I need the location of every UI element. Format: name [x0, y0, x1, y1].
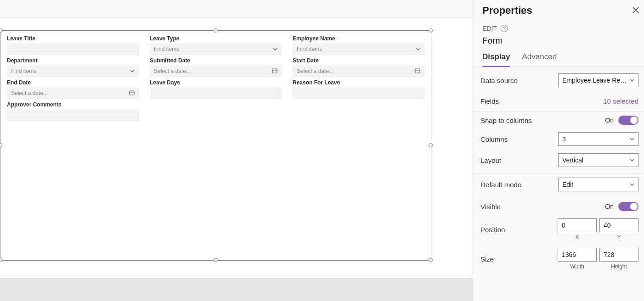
resize-handle[interactable] — [214, 28, 218, 33]
fields-selected-link[interactable]: 10 selected — [603, 97, 638, 105]
field-label: Department — [7, 57, 139, 64]
toggle-state-text: On — [605, 117, 614, 124]
field-label: Leave Title — [7, 35, 139, 42]
calendar-icon — [129, 90, 135, 97]
text-input[interactable]: . — [7, 44, 139, 55]
resize-handle[interactable] — [429, 28, 433, 33]
prop-label-snap: Snap to columns — [480, 117, 532, 124]
design-canvas: Leave Title . Leave Type Find items Empl… — [0, 0, 473, 301]
svg-rect-4 — [130, 91, 134, 95]
field-department[interactable]: Department Find items — [7, 57, 139, 77]
calendar-icon — [415, 68, 420, 75]
resize-handle[interactable] — [0, 143, 2, 147]
date-input[interactable]: Select a date... — [293, 66, 424, 77]
prop-label-visible: Visible — [480, 203, 501, 211]
prop-label-data-source: Data source — [480, 77, 518, 84]
canvas-footer — [0, 278, 473, 301]
size-width-input[interactable]: 1366 — [558, 248, 597, 262]
field-leave-type[interactable]: Leave Type Find items — [150, 35, 282, 55]
properties-tabs: Display Advanced — [473, 46, 644, 67]
field-start-date[interactable]: Start Date Select a date... — [293, 57, 424, 77]
chevron-down-icon — [630, 78, 634, 83]
tab-advanced[interactable]: Advanced — [522, 52, 557, 67]
text-input[interactable]: . — [7, 110, 139, 121]
field-label: Reason For Leave — [293, 79, 424, 86]
form-grid: Leave Title . Leave Type Find items Empl… — [0, 31, 431, 128]
default-mode-select[interactable]: Edit — [558, 178, 638, 191]
resize-handle[interactable] — [429, 143, 433, 147]
field-approver-comments[interactable]: Approver Comments . — [7, 101, 139, 121]
dropdown-input[interactable]: Find items — [150, 44, 282, 55]
properties-title: Properties — [482, 5, 532, 17]
edit-label: EDIT — [482, 25, 497, 32]
field-submitted-date[interactable]: Submitted Date Select a date... — [150, 57, 282, 77]
dropdown-input[interactable]: Find items — [293, 44, 424, 55]
field-leave-days[interactable]: Leave Days . — [150, 79, 282, 99]
field-label: Leave Days — [150, 79, 282, 86]
snap-to-columns-toggle[interactable] — [618, 116, 638, 125]
text-input[interactable]: . — [150, 88, 282, 99]
dropdown-input[interactable]: Find items — [7, 66, 139, 77]
field-label: Submitted Date — [150, 57, 282, 64]
calendar-icon — [272, 68, 277, 75]
prop-label-columns: Columns — [480, 135, 508, 143]
canvas-body[interactable]: Leave Title . Leave Type Find items Empl… — [0, 17, 473, 278]
prop-label-position: Position — [480, 226, 505, 234]
position-y-input[interactable]: 40 — [599, 218, 638, 232]
layout-select[interactable]: Vertical — [558, 153, 638, 167]
field-label: End Date — [7, 79, 139, 86]
date-input[interactable]: Select a date... — [150, 66, 282, 77]
field-label: Employee Name — [293, 35, 424, 42]
toggle-state-text: On — [605, 203, 614, 210]
data-source-select[interactable]: Employee Leave Re… — [558, 73, 638, 87]
axis-label-height: Height — [611, 263, 627, 270]
field-end-date[interactable]: End Date Select a date... — [7, 79, 139, 99]
control-name: Form — [473, 32, 644, 46]
tab-display[interactable]: Display — [482, 52, 510, 67]
field-label: Approver Comments — [7, 101, 139, 108]
prop-label-layout: Layout — [480, 156, 501, 164]
field-label: Start Date — [293, 57, 424, 64]
close-icon[interactable] — [632, 6, 639, 15]
size-height-input[interactable]: 728 — [599, 248, 638, 262]
chevron-down-icon — [630, 182, 634, 187]
chevron-down-icon — [416, 47, 420, 51]
axis-label-width: Width — [570, 263, 584, 270]
field-employee-name[interactable]: Employee Name Find items — [293, 35, 424, 55]
help-icon[interactable]: ? — [501, 25, 508, 32]
text-input[interactable]: . — [293, 88, 424, 99]
resize-handle[interactable] — [429, 258, 433, 262]
field-label: Leave Type — [150, 35, 282, 42]
chevron-down-icon — [130, 69, 135, 73]
form-control-selected[interactable]: Leave Title . Leave Type Find items Empl… — [0, 30, 431, 261]
field-leave-title[interactable]: Leave Title . — [7, 35, 139, 55]
resize-handle[interactable] — [0, 258, 2, 262]
chevron-down-icon — [273, 47, 277, 51]
chevron-down-icon — [630, 137, 634, 141]
columns-select[interactable]: 3 — [558, 132, 638, 146]
prop-label-size: Size — [480, 255, 494, 263]
prop-label-default-mode: Default mode — [480, 181, 521, 189]
axis-label-y: Y — [617, 234, 621, 240]
svg-rect-2 — [415, 69, 420, 73]
axis-label-x: X — [575, 234, 579, 240]
date-input[interactable]: Select a date... — [7, 88, 139, 99]
resize-handle[interactable] — [214, 258, 218, 262]
visible-toggle[interactable] — [618, 202, 638, 211]
field-reason-for-leave[interactable]: Reason For Leave . — [293, 79, 424, 99]
canvas-toolbar — [0, 0, 473, 17]
chevron-down-icon — [630, 158, 634, 162]
prop-label-fields: Fields — [480, 97, 499, 105]
svg-rect-0 — [272, 69, 277, 73]
properties-panel: Properties EDIT ? Form Display Advanced … — [473, 0, 644, 301]
position-x-input[interactable]: 0 — [558, 218, 597, 232]
